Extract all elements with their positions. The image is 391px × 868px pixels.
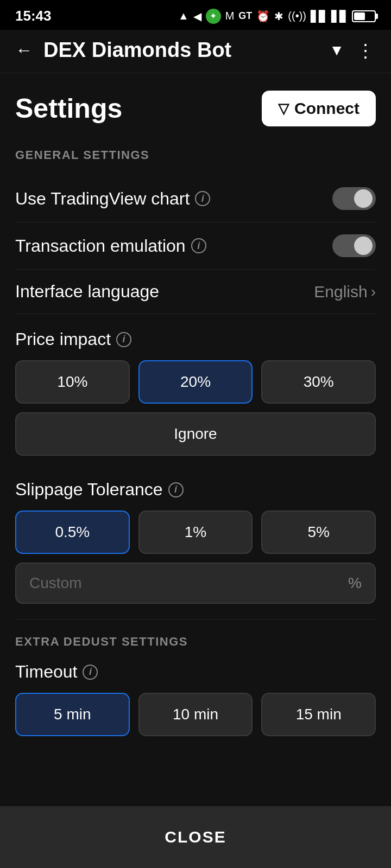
timeout-options: 5 min 10 min 15 min <box>15 693 376 736</box>
timeout-section: Timeout i 5 min 10 min 15 min <box>15 662 376 736</box>
slippage-0-5[interactable]: 0.5% <box>15 510 130 554</box>
status-time: 15:43 <box>15 8 52 24</box>
chevron-right-icon: › <box>371 283 376 301</box>
extra-section-label: EXTRA DEDUST SETTINGS <box>15 635 376 649</box>
alarm-icon: ⏰ <box>256 10 270 23</box>
signal-icon: ▲ <box>178 10 189 22</box>
price-impact-section: Price impact i 10% 20% 30% Ignore <box>15 329 376 464</box>
timeout-15min[interactable]: 15 min <box>261 693 376 736</box>
section-divider <box>15 619 376 620</box>
wifi-icon: ((•)) <box>288 10 306 22</box>
transaction-emulation-toggle[interactable] <box>332 234 376 257</box>
interface-language-value: English › <box>314 283 376 301</box>
slippage-label: Slippage Tolerance i <box>15 480 376 500</box>
trading-view-toggle[interactable] <box>332 187 376 210</box>
price-impact-label: Price impact i <box>15 329 376 349</box>
bluetooth-icon: ✱ <box>274 10 283 23</box>
trading-view-row: Use TradingView chart i <box>15 175 376 222</box>
slippage-custom-input[interactable] <box>29 575 348 592</box>
shield-icon: ✦ <box>206 9 221 24</box>
transaction-emulation-label: Transaction emulation i <box>15 236 206 256</box>
trading-view-label: Use TradingView chart i <box>15 189 210 209</box>
price-impact-ignore[interactable]: Ignore <box>15 412 376 456</box>
signal2-icon: ▋▊ <box>331 10 348 23</box>
dropdown-button[interactable]: ▼ <box>329 42 344 59</box>
nav-right: ▼ ⋮ <box>329 40 376 61</box>
slippage-section: Slippage Tolerance i 0.5% 1% 5% % <box>15 480 376 604</box>
status-icons: ▲ ◀ ✦ M GT ⏰ ✱ ((•)) ▋▊ ▋▊ <box>178 9 376 24</box>
general-section-label: GENERAL SETTINGS <box>15 148 376 162</box>
more-options-button[interactable]: ⋮ <box>356 40 376 61</box>
slippage-options: 0.5% 1% 5% <box>15 510 376 554</box>
settings-title: Settings <box>15 93 122 124</box>
price-impact-10[interactable]: 10% <box>15 360 130 404</box>
timeout-label: Timeout i <box>15 662 376 682</box>
mail-icon: M <box>225 10 235 22</box>
slippage-custom-row: % <box>15 563 376 604</box>
main-content: Settings ▽ Connect GENERAL SETTINGS Use … <box>0 73 391 833</box>
signal1-icon: ▋▊ <box>311 10 327 23</box>
slippage-info-icon[interactable]: i <box>168 482 184 497</box>
settings-header: Settings ▽ Connect <box>15 91 376 126</box>
connect-label: Connect <box>294 99 360 118</box>
price-impact-20[interactable]: 20% <box>138 360 253 404</box>
page-title: DEX Diamonds Bot <box>43 39 231 62</box>
nav-bar: ← DEX Diamonds Bot ▼ ⋮ <box>0 30 391 73</box>
interface-language-row[interactable]: Interface language English › <box>15 270 376 314</box>
back-button[interactable]: ← <box>15 40 33 60</box>
price-impact-30[interactable]: 30% <box>261 360 376 404</box>
slippage-5[interactable]: 5% <box>261 510 376 554</box>
transaction-emulation-info-icon[interactable]: i <box>191 238 206 253</box>
slippage-1[interactable]: 1% <box>138 510 253 554</box>
slippage-percent-label: % <box>348 575 362 592</box>
nav-left: ← DEX Diamonds Bot <box>15 39 231 62</box>
price-impact-options: 10% 20% 30% <box>15 360 376 404</box>
connect-button[interactable]: ▽ Connect <box>262 91 376 126</box>
battery-icon <box>352 10 376 22</box>
close-bar: CLOSE <box>0 806 391 868</box>
gt-icon: GT <box>238 10 252 22</box>
interface-language-label: Interface language <box>15 282 159 302</box>
status-bar: 15:43 ▲ ◀ ✦ M GT ⏰ ✱ ((•)) ▋▊ ▋▊ <box>0 0 391 30</box>
timeout-5min[interactable]: 5 min <box>15 693 130 736</box>
connect-icon: ▽ <box>278 100 289 117</box>
trading-view-info-icon[interactable]: i <box>195 191 210 206</box>
transaction-emulation-row: Transaction emulation i <box>15 222 376 270</box>
timeout-info-icon[interactable]: i <box>83 665 98 680</box>
close-button[interactable]: CLOSE <box>15 822 376 852</box>
location-icon: ◀ <box>193 10 201 23</box>
price-impact-info-icon[interactable]: i <box>116 332 131 347</box>
timeout-10min[interactable]: 10 min <box>138 693 253 736</box>
